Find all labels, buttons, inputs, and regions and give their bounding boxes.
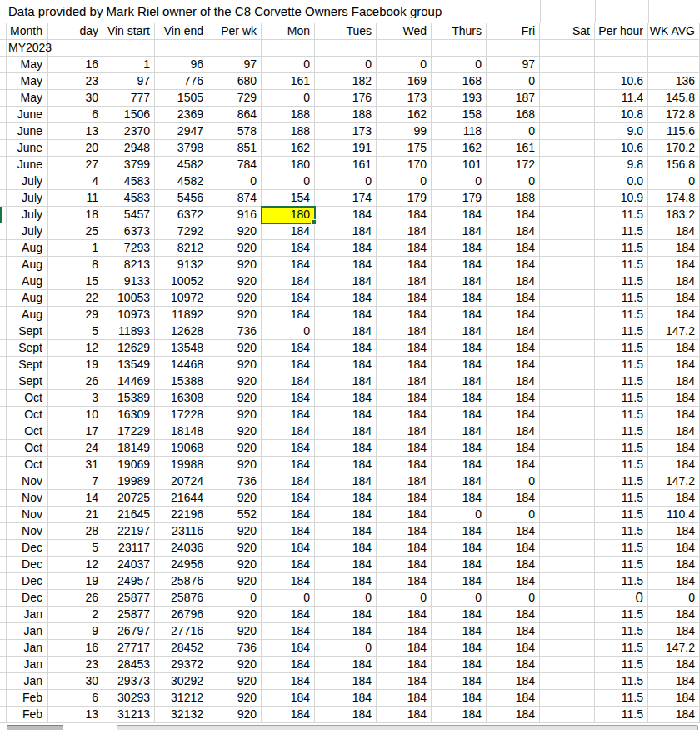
cell[interactable]: June [7,107,48,123]
cell[interactable]: 161 [315,157,377,173]
cell[interactable]: 21 [48,507,103,523]
cell[interactable]: 184 [648,490,700,507]
cell[interactable]: 184 [487,690,540,707]
row-header-sliver[interactable] [0,73,7,90]
cell[interactable]: 10.8 [595,107,648,123]
cell[interactable]: 184 [262,707,315,723]
cell[interactable]: 188 [262,123,315,140]
cell[interactable]: 156.8 [648,157,700,173]
cell[interactable]: 184 [487,540,540,557]
cell[interactable]: 184 [315,407,377,423]
cell[interactable]: 1 [48,240,103,257]
cell[interactable]: 736 [208,323,262,340]
cell[interactable]: 0 [432,57,487,73]
cell[interactable]: 184 [315,473,377,490]
cell[interactable]: 170 [377,157,432,173]
row-header-sliver[interactable] [0,557,7,573]
cell[interactable] [540,607,595,623]
cell[interactable]: 920 [208,540,262,557]
cell[interactable]: 184 [315,423,377,440]
cell[interactable]: 184 [487,290,540,307]
row-header-sliver[interactable] [0,23,7,40]
cell[interactable]: 184 [648,523,700,540]
cell[interactable] [540,590,595,607]
cell[interactable]: 31 [48,457,103,473]
cell[interactable]: 183.2 [648,207,700,223]
cell[interactable]: 920 [208,357,262,373]
row-header-sliver[interactable] [0,273,7,290]
cell[interactable]: 188 [262,107,315,123]
cell[interactable]: Oct [7,440,48,457]
cell[interactable]: 30 [48,90,103,107]
cell[interactable]: 11.5 [595,307,648,323]
cell[interactable]: 0 [315,640,377,657]
cell[interactable] [540,323,595,340]
cell[interactable]: 11.5 [595,340,648,357]
cell[interactable] [487,40,540,57]
cell[interactable] [315,40,377,57]
cell[interactable]: 9 [48,623,103,640]
cell[interactable]: 920 [208,240,262,257]
cell[interactable] [540,190,595,207]
row-header-sliver[interactable] [0,490,7,507]
cell[interactable]: June [7,157,48,173]
row-header-sliver[interactable] [0,90,7,107]
cell[interactable]: 184 [315,607,377,623]
cell[interactable]: 184 [487,640,540,657]
cell[interactable]: 145.8 [648,90,700,107]
row-header-sliver[interactable] [0,340,7,357]
cell[interactable]: 11.5 [595,240,648,257]
cell[interactable]: 26797 [103,623,155,640]
cell[interactable]: 184 [262,490,315,507]
cell[interactable]: 162 [432,140,487,157]
cell[interactable]: 184 [432,440,487,457]
cell[interactable]: 184 [432,257,487,273]
cell[interactable]: 184 [648,357,700,373]
cell[interactable] [540,340,595,357]
cell[interactable]: 184 [377,273,432,290]
cell[interactable]: 184 [262,240,315,257]
cell[interactable]: 30293 [103,690,155,707]
cell[interactable]: 18 [48,207,103,223]
cell[interactable]: 97 [208,57,262,73]
cell[interactable]: 184 [262,340,315,357]
cell[interactable]: 21644 [155,490,208,507]
cell[interactable]: 174 [315,190,377,207]
cell[interactable]: 184 [262,307,315,323]
cell[interactable]: 3799 [103,157,155,173]
cell[interactable]: 184 [315,373,377,390]
cell[interactable]: 0 [487,507,540,523]
cell[interactable]: 5457 [103,207,155,223]
cell[interactable]: 11.5 [595,473,648,490]
cell[interactable]: 12629 [103,340,155,357]
cell[interactable]: 184 [487,407,540,423]
cell[interactable]: June [7,140,48,157]
cell[interactable]: 184 [432,423,487,440]
cell[interactable]: 0 [487,173,540,190]
cell[interactable]: 920 [208,340,262,357]
cell[interactable]: 184 [432,473,487,490]
horizontal-scrollbar[interactable] [117,725,698,730]
cell[interactable]: 11.5 [595,257,648,273]
cell[interactable]: 29372 [155,657,208,673]
cell[interactable]: Aug [7,257,48,273]
cell[interactable]: 184 [377,707,432,723]
cell[interactable]: 11.5 [595,690,648,707]
cell[interactable] [540,223,595,240]
cell[interactable]: 101 [432,157,487,173]
cell[interactable]: 184 [487,673,540,690]
cell[interactable]: 24956 [155,557,208,573]
cell[interactable] [540,707,595,723]
cell[interactable]: 20725 [103,490,155,507]
cell[interactable]: 920 [208,657,262,673]
cell[interactable]: 184 [262,257,315,273]
cell[interactable]: 188 [487,190,540,207]
cell[interactable]: 0 [262,323,315,340]
cell[interactable]: 184 [648,373,700,390]
cell[interactable]: 10.9 [595,190,648,207]
cell[interactable]: 184 [315,507,377,523]
cell[interactable]: 11.5 [595,490,648,507]
cell[interactable]: 184 [432,340,487,357]
cell[interactable]: 184 [315,540,377,557]
cell[interactable]: 2 [48,607,103,623]
